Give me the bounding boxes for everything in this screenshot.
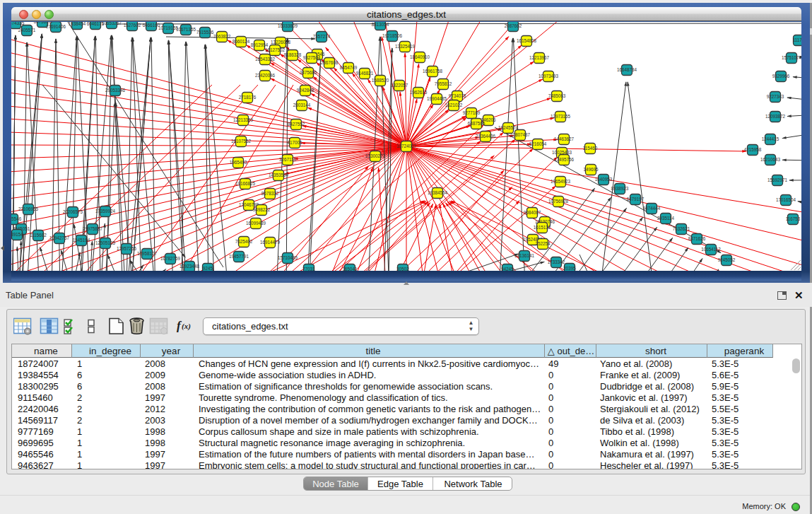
- svg-text:9498222: 9498222: [253, 207, 271, 212]
- svg-text:18724007: 18724007: [396, 144, 417, 148]
- svg-text:39154: 39154: [11, 232, 23, 237]
- svg-text:15751074: 15751074: [782, 55, 801, 60]
- svg-text:417006: 417006: [287, 140, 302, 145]
- svg-text:2718176: 2718176: [239, 95, 257, 100]
- svg-text:17957255: 17957255: [117, 246, 137, 251]
- svg-text:8912954: 8912954: [251, 42, 269, 47]
- svg-text:12213967: 12213967: [529, 55, 550, 60]
- svg-text:8813054: 8813054: [372, 22, 389, 27]
- svg-text:16782759: 16782759: [160, 256, 181, 261]
- svg-text:16914479: 16914479: [260, 240, 281, 245]
- svg-text:11174: 11174: [793, 37, 801, 42]
- svg-text:10756928: 10756928: [548, 199, 569, 204]
- svg-text:8678332: 8678332: [261, 191, 279, 196]
- svg-text:6479197: 6479197: [627, 197, 645, 201]
- svg-text:16033809: 16033809: [278, 23, 298, 28]
- svg-text:252254: 252254: [535, 241, 551, 246]
- svg-text:7632621: 7632621: [673, 226, 690, 231]
- svg-text:9227343: 9227343: [767, 94, 784, 99]
- svg-text:9734078: 9734078: [449, 93, 466, 98]
- svg-text:16107552: 16107552: [231, 139, 252, 144]
- svg-text:7663822: 7663822: [213, 34, 231, 39]
- svg-text:9245: 9245: [203, 266, 213, 271]
- svg-text:9465546: 9465546: [11, 216, 22, 221]
- svg-text:10654112: 10654112: [701, 247, 721, 252]
- svg-text:7485063: 7485063: [548, 93, 566, 98]
- svg-text:1621022: 1621022: [445, 103, 463, 107]
- svg-text:2867608: 2867608: [321, 60, 339, 65]
- svg-text:20206575: 20206575: [63, 209, 83, 214]
- svg-text:12505135: 12505135: [95, 240, 116, 245]
- svg-text:9146821: 9146821: [356, 71, 374, 76]
- svg-text:8938923: 8938923: [611, 186, 629, 191]
- svg-text:12973155: 12973155: [551, 114, 571, 119]
- svg-text:10671355: 10671355: [176, 27, 196, 32]
- svg-text:7955812: 7955812: [435, 81, 452, 86]
- svg-text:9277169: 9277169: [463, 110, 481, 115]
- svg-text:2935114: 2935114: [657, 216, 675, 221]
- svg-text:27691406: 27691406: [46, 24, 66, 29]
- svg-text:16961758: 16961758: [423, 69, 443, 74]
- svg-text:19904485: 19904485: [427, 96, 447, 101]
- svg-text:1244415: 1244415: [762, 136, 779, 141]
- svg-text:19166825: 19166825: [235, 181, 256, 186]
- svg-text:16127502: 16127502: [265, 47, 286, 52]
- svg-text:8427552: 8427552: [288, 122, 305, 127]
- svg-text:23420046: 23420046: [255, 73, 276, 78]
- svg-text:10973493: 10973493: [539, 74, 559, 78]
- svg-text:15710485: 15710485: [278, 255, 298, 260]
- svg-text:1322057: 1322057: [391, 83, 408, 88]
- svg-text:13495756: 13495756: [554, 157, 575, 162]
- svg-text:3267110: 3267110: [279, 157, 297, 162]
- svg-text:16210643: 16210643: [760, 157, 781, 162]
- svg-text:13226058: 13226058: [271, 40, 291, 45]
- svg-text:16154808: 16154808: [517, 38, 537, 43]
- svg-text:6216054: 6216054: [529, 141, 547, 146]
- svg-text:20395: 20395: [563, 266, 576, 271]
- svg-text:23300273: 23300273: [365, 153, 386, 158]
- svg-text:149695: 149695: [583, 167, 599, 172]
- svg-text:23106955: 23106955: [18, 206, 39, 211]
- svg-text:18640910: 18640910: [410, 54, 430, 59]
- svg-text:9245052: 9245052: [718, 257, 736, 262]
- svg-text:16543382: 16543382: [255, 57, 276, 62]
- svg-text:1588520: 1588520: [372, 78, 389, 83]
- svg-text:(x): (x): [182, 322, 191, 331]
- svg-text:1527602: 1527602: [124, 23, 141, 28]
- svg-text:12213369: 12213369: [233, 117, 254, 122]
- svg-text:29975887: 29975887: [83, 226, 103, 231]
- svg-text:19218506: 19218506: [382, 33, 403, 38]
- svg-text:1115682: 1115682: [30, 233, 47, 238]
- svg-text:2803144: 2803144: [293, 103, 311, 107]
- svg-text:29053346: 29053346: [105, 88, 126, 93]
- svg-text:1938454: 1938454: [69, 22, 86, 26]
- svg-text:10653267: 10653267: [102, 22, 122, 25]
- svg-text:13325419: 13325419: [395, 44, 416, 49]
- svg-text:10958107: 10958107: [137, 251, 158, 256]
- svg-text:12942757: 12942757: [49, 235, 70, 240]
- svg-text:9242848: 9242848: [297, 88, 314, 93]
- svg-text:4215958: 4215958: [744, 147, 762, 152]
- svg-text:21364436: 21364436: [476, 134, 496, 139]
- svg-text:2087662: 2087662: [505, 23, 522, 28]
- svg-text:116753: 116753: [786, 216, 801, 221]
- svg-text:9474444: 9474444: [643, 206, 661, 211]
- svg-text:1965493: 1965493: [230, 160, 247, 165]
- svg-text:14136141: 14136141: [514, 253, 535, 258]
- svg-text:7515536: 7515536: [196, 30, 214, 35]
- svg-text:17016504: 17016504: [776, 197, 796, 202]
- svg-text:19384554: 19384554: [428, 190, 448, 195]
- svg-text:15692971: 15692971: [767, 177, 788, 182]
- svg-text:16648784: 16648784: [617, 67, 637, 72]
- svg-text:8471626: 8471626: [688, 236, 706, 241]
- svg-text:12093872: 12093872: [765, 114, 786, 119]
- svg-text:8660124: 8660124: [233, 39, 250, 44]
- svg-text:1615132: 1615132: [534, 225, 551, 230]
- svg-text:14463627: 14463627: [554, 136, 575, 141]
- svg-text:18245574: 18245574: [498, 125, 519, 130]
- svg-text:7625402: 7625402: [235, 239, 253, 244]
- svg-text:1545194: 1545194: [73, 238, 90, 243]
- svg-text:17359924: 17359924: [95, 209, 116, 214]
- svg-text:19457791: 19457791: [229, 254, 249, 259]
- svg-text:16099489: 16099489: [246, 221, 266, 226]
